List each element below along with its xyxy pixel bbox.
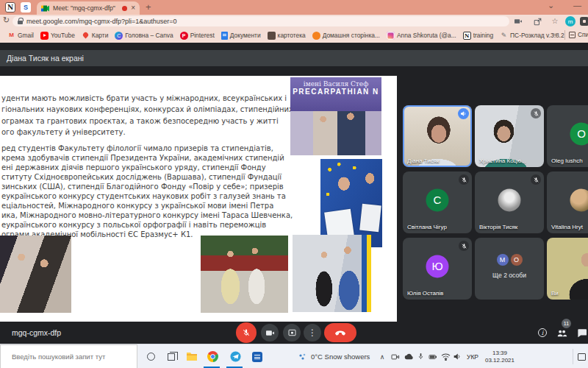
- bookmark-item[interactable]: PPinterest: [180, 32, 215, 40]
- file-explorer-button[interactable]: [184, 350, 199, 364]
- meet-now-tray-button[interactable]: [390, 344, 401, 368]
- participant-tile-viktoriia[interactable]: Вікторія Тисяк: [475, 171, 544, 233]
- end-call-button[interactable]: [324, 323, 356, 342]
- slide-photo-award-ceremony: імені Василя Стеф PRECARPATHIAN N: [290, 77, 381, 155]
- participant-tile-overflow[interactable]: M O Ще 2 особи: [475, 238, 544, 300]
- docs-icon: [221, 32, 228, 40]
- mic-toggle-button[interactable]: [236, 322, 257, 343]
- notion-icon: N: [463, 32, 471, 40]
- slide-photo-eu-flag-certificates: [320, 159, 382, 247]
- tab-close-icon[interactable]: ×: [131, 4, 135, 12]
- pinned-tab-s[interactable]: S: [21, 2, 31, 13]
- task-view-button[interactable]: [164, 350, 179, 364]
- participant-name: Христина Коцю...: [479, 158, 526, 164]
- bookmark-label: Домашня сторінка...: [323, 32, 380, 39]
- slide-text-line: еціальностей, Міжнародного конкурсу з ук…: [1, 201, 293, 210]
- microphone-tray-button[interactable]: [415, 344, 426, 368]
- browser-toolbar: ↻ meet.google.com/mgq-cgmx-dfp?pli=1&aut…: [0, 15, 588, 28]
- cortana-icon: [147, 353, 155, 361]
- camera-permission-icon[interactable]: [513, 17, 523, 26]
- profile-avatar[interactable]: m: [565, 16, 576, 26]
- document-app-button[interactable]: [250, 350, 265, 364]
- bookmark-label: Документи: [230, 32, 261, 39]
- bookmark-item[interactable]: MGmail: [7, 32, 34, 40]
- slide-text-line: ограмах та грантових проєктах, а також б…: [1, 116, 293, 127]
- more-options-button[interactable]: ⋮: [304, 324, 321, 342]
- pencil-icon: ✎: [500, 32, 508, 40]
- cortana-button[interactable]: [143, 350, 158, 364]
- wifi-tray-icon[interactable]: [440, 344, 451, 368]
- wifi-icon: [441, 353, 451, 361]
- pinned-tab-notion[interactable]: N: [5, 2, 15, 13]
- chat-button[interactable]: [576, 326, 588, 339]
- new-tab-button[interactable]: +: [146, 1, 151, 13]
- participant-tile-you[interactable]: Ви: [547, 238, 588, 300]
- chrome-icon: [207, 351, 218, 362]
- date-text: 03.12.2021: [485, 357, 514, 364]
- reading-list-icon: [569, 32, 576, 38]
- taskbar-search-input[interactable]: Введіть пошуковий запит тут: [0, 344, 137, 368]
- presenting-banner-text: Діана Тисяк на екрані: [7, 54, 84, 63]
- action-center-button[interactable]: [576, 344, 587, 368]
- slide-text-line: уденти мають можливість брати участь у м…: [1, 93, 293, 104]
- participant-tile-yuliia[interactable]: Ю Юлія Остапів: [403, 238, 472, 300]
- bookmark-star-icon[interactable]: ☆: [550, 17, 560, 26]
- bookmark-item[interactable]: Документи: [221, 32, 261, 40]
- participant-tile-oleg[interactable]: O Oleg Iushch: [547, 105, 588, 167]
- bookmark-label: картотека: [278, 32, 306, 39]
- reading-list-button[interactable]: Список: [569, 31, 588, 38]
- onedrive-tray-button[interactable]: [403, 344, 415, 368]
- participant-name: Vitalina Hryt: [551, 224, 583, 230]
- overflow-avatars: M O: [475, 254, 544, 266]
- bookmark-item[interactable]: Карти: [82, 32, 109, 40]
- bookmark-item[interactable]: картотека: [268, 32, 306, 40]
- present-screen-button[interactable]: [283, 324, 301, 342]
- browser-tab-meet[interactable]: Meet: "mgq-cgmx-dfp" ×: [37, 1, 140, 15]
- gmail-icon: M: [7, 32, 15, 40]
- tray-expand-chevron[interactable]: ∧: [377, 344, 387, 368]
- share-icon[interactable]: [532, 17, 542, 26]
- bookmark-item[interactable]: Ntraining: [463, 32, 493, 40]
- url-bar[interactable]: meet.google.com/mgq-cgmx-dfp?pli=1&authu…: [12, 16, 509, 26]
- bookmarks-overflow-chevron[interactable]: »: [553, 31, 556, 38]
- participant-tile-svitlana[interactable]: C Світлана Чігур: [403, 171, 472, 233]
- taskbar-weather-widget[interactable]: 0°C Snow showers: [298, 344, 370, 368]
- canva-icon: C: [115, 32, 123, 40]
- reload-button[interactable]: ↻: [3, 15, 10, 25]
- meet-now-icon: [391, 353, 400, 361]
- participant-name: Діана Тисяк: [407, 158, 440, 164]
- bookmark-item[interactable]: CГоловна – Canva: [115, 32, 173, 40]
- taskbar-clock[interactable]: 13:39 03.12.2021: [482, 344, 517, 368]
- shared-presentation: уденти мають можливість брати участь у м…: [0, 76, 397, 322]
- participant-name: Oleg Iushch: [551, 158, 583, 164]
- bookmark-label: Карти: [92, 32, 109, 39]
- camera-toggle-button[interactable]: [261, 324, 279, 342]
- bookmark-item[interactable]: YouTube: [40, 32, 75, 40]
- weather-text: 0°C Snow showers: [311, 353, 370, 361]
- volume-tray-icon[interactable]: [451, 344, 463, 368]
- mic-icon: [417, 353, 424, 361]
- document-app-icon: [252, 352, 262, 362]
- participants-count-badge: 11: [562, 319, 571, 328]
- meeting-details-button[interactable]: i: [536, 326, 549, 339]
- participant-tile-vitalina[interactable]: Vitalina Hryt: [547, 171, 588, 233]
- mic-muted-icon: [531, 174, 541, 185]
- snow-icon: [298, 353, 307, 361]
- extensions-icon[interactable]: [580, 17, 588, 26]
- bookmark-item[interactable]: Anna Shkoruta (@a...: [387, 32, 456, 40]
- participant-tile-diana-tysiak[interactable]: Діана Тисяк: [403, 105, 472, 167]
- tab-search-chevron-icon[interactable]: ⌄: [548, 1, 554, 10]
- battery-tray-icon[interactable]: [426, 344, 440, 368]
- presenting-banner: Діана Тисяк на екрані: [0, 50, 588, 66]
- mic-muted-icon: [459, 241, 469, 251]
- screen: N S Meet: "mgq-cgmx-dfp" × + ⌄ — ↻ meet.…: [0, 0, 588, 368]
- keyboard-language-indicator[interactable]: УКР: [464, 344, 481, 368]
- chrome-taskbar-button[interactable]: [205, 350, 220, 364]
- telegram-taskbar-button[interactable]: [228, 350, 243, 364]
- minimize-button[interactable]: —: [573, 1, 581, 10]
- participant-tile-khrystyna[interactable]: Христина Коцю...: [475, 105, 544, 167]
- bookmarks-divider: [564, 30, 565, 40]
- participant-name: Вікторія Тисяк: [479, 224, 517, 230]
- overflow-label: Ще 2 особи: [475, 272, 544, 279]
- bookmark-item[interactable]: Домашня сторінка...: [312, 32, 380, 40]
